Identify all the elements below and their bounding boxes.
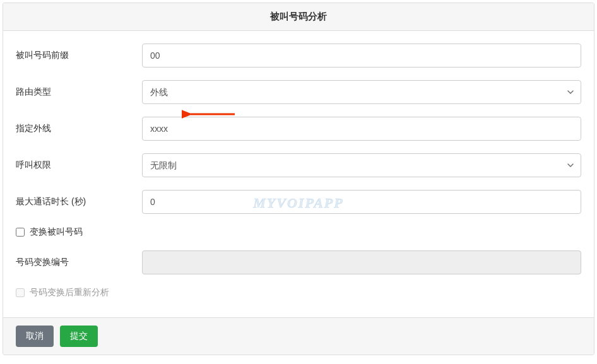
field-specified-line-wrap	[142, 117, 581, 141]
label-prefix: 被叫号码前缀	[16, 50, 142, 61]
cancel-button[interactable]: 取消	[16, 326, 54, 347]
row-max-duration: 最大通话时长 (秒)	[16, 190, 581, 214]
row-specified-line: 指定外线	[16, 117, 581, 141]
panel-footer: 取消 提交	[3, 317, 594, 355]
route-type-select[interactable]: 外线	[142, 80, 581, 104]
label-specified-line: 指定外线	[16, 123, 142, 134]
row-reanalyze: 号码变换后重新分析	[16, 287, 581, 298]
field-transform-number-wrap	[142, 250, 581, 274]
reanalyze-label: 号码变换后重新分析	[30, 287, 109, 298]
row-call-permission: 呼叫权限 无限制	[16, 153, 581, 177]
field-max-duration-wrap	[142, 190, 581, 214]
field-call-permission-wrap: 无限制	[142, 153, 581, 177]
panel-title: 被叫号码分析	[270, 11, 327, 21]
label-max-duration: 最大通话时长 (秒)	[16, 196, 142, 208]
dialog-panel: 被叫号码分析 MYVOIPAPP 被叫号码前缀 路由类型 外线 指定外线	[3, 3, 594, 355]
field-route-type-wrap: 外线	[142, 80, 581, 104]
transform-callee-checkbox[interactable]	[16, 228, 25, 237]
field-prefix-wrap	[142, 44, 581, 68]
prefix-input[interactable]	[142, 44, 581, 68]
row-prefix: 被叫号码前缀	[16, 44, 581, 68]
row-transform-number: 号码变换编号	[16, 250, 581, 274]
transform-number-input	[142, 250, 581, 274]
call-permission-select[interactable]: 无限制	[142, 153, 581, 177]
transform-callee-label[interactable]: 变换被叫号码	[30, 226, 83, 238]
submit-button[interactable]: 提交	[60, 326, 98, 347]
specified-line-input[interactable]	[142, 117, 581, 141]
label-transform-number: 号码变换编号	[16, 257, 142, 268]
panel-body: MYVOIPAPP 被叫号码前缀 路由类型 外线 指定外线	[3, 31, 594, 317]
panel-header: 被叫号码分析	[3, 3, 594, 31]
max-duration-input[interactable]	[142, 190, 581, 214]
label-route-type: 路由类型	[16, 86, 142, 98]
reanalyze-checkbox	[16, 288, 25, 297]
row-transform-callee: 变换被叫号码	[16, 226, 581, 238]
row-route-type: 路由类型 外线	[16, 80, 581, 104]
label-call-permission: 呼叫权限	[16, 160, 142, 171]
